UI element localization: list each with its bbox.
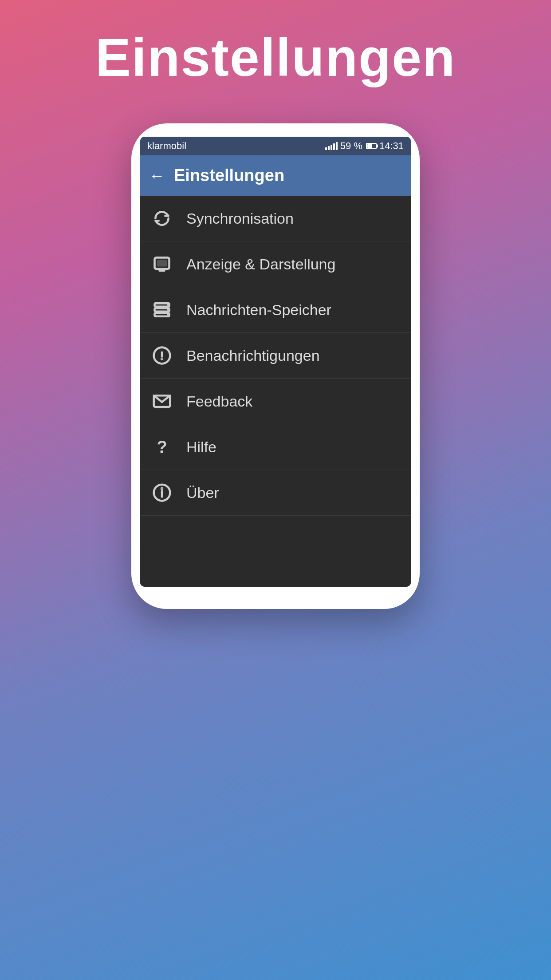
menu-label-ueber: Über bbox=[186, 484, 219, 502]
battery-icon bbox=[366, 143, 377, 149]
svg-point-12 bbox=[161, 358, 162, 359]
menu-label-anzeige: Anzeige & Darstellung bbox=[186, 256, 335, 273]
display-icon bbox=[151, 253, 173, 275]
menu-item-nachrichten[interactable]: Nachrichten-Speicher bbox=[140, 287, 411, 333]
signal-percent: 59 % bbox=[340, 140, 362, 152]
menu-label-hilfe: Hilfe bbox=[186, 439, 216, 456]
svg-point-9 bbox=[167, 314, 169, 316]
svg-rect-1 bbox=[157, 260, 167, 267]
menu-item-benachrichtigungen[interactable]: Benachrichtigungen bbox=[140, 333, 411, 379]
menu-label-feedback: Feedback bbox=[186, 393, 252, 410]
storage-icon bbox=[151, 299, 173, 321]
alert-icon bbox=[151, 344, 173, 367]
menu-item-anzeige[interactable]: Anzeige & Darstellung bbox=[140, 241, 411, 287]
phone-screen: klarmobil 59 % 14:31 ← Einstellungen bbox=[140, 137, 411, 587]
help-icon: ? bbox=[151, 436, 173, 458]
menu-item-ueber[interactable]: Über bbox=[140, 470, 411, 516]
status-bar-right: 59 % 14:31 bbox=[325, 140, 404, 152]
menu-item-hilfe[interactable]: ? Hilfe bbox=[140, 424, 411, 470]
header-title: Einstellungen bbox=[174, 166, 284, 185]
svg-point-16 bbox=[161, 488, 162, 489]
svg-point-7 bbox=[167, 304, 169, 306]
menu-list: Synchronisation Anzeige & Darstellung bbox=[140, 196, 411, 516]
back-button[interactable]: ← bbox=[149, 166, 165, 185]
signal-icon bbox=[325, 142, 338, 150]
app-header: ← Einstellungen bbox=[140, 155, 411, 196]
sync-icon bbox=[151, 207, 173, 229]
empty-area bbox=[140, 516, 411, 587]
svg-point-8 bbox=[167, 309, 169, 311]
menu-label-nachrichten: Nachrichten-Speicher bbox=[186, 301, 331, 319]
info-icon bbox=[151, 482, 173, 504]
phone-frame: klarmobil 59 % 14:31 ← Einstellungen bbox=[131, 123, 420, 609]
status-bar: klarmobil 59 % 14:31 bbox=[140, 137, 411, 155]
page-title: Einstellungen bbox=[95, 27, 456, 88]
mail-icon bbox=[151, 390, 173, 412]
menu-item-feedback[interactable]: Feedback bbox=[140, 379, 411, 424]
menu-label-benachrichtigungen: Benachrichtigungen bbox=[186, 347, 320, 364]
menu-item-synchronisation[interactable]: Synchronisation bbox=[140, 196, 411, 241]
menu-label-synchronisation: Synchronisation bbox=[186, 210, 294, 227]
time-label: 14:31 bbox=[379, 140, 404, 152]
carrier-label: klarmobil bbox=[147, 140, 186, 152]
